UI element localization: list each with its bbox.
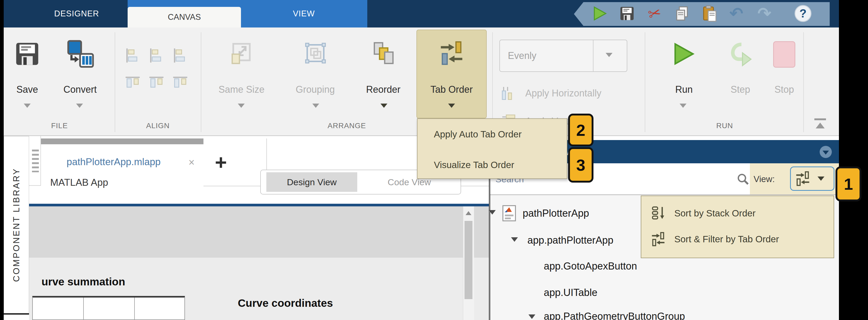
section-label-run: RUN — [698, 121, 752, 131]
tab-view[interactable]: VIEW — [252, 0, 355, 28]
tree-expand-caret[interactable] — [528, 315, 535, 319]
menu-item-sort-filter-by-tab-order[interactable]: Sort & Filter by Tab Order — [674, 232, 825, 246]
grouping-label: Grouping — [286, 84, 344, 96]
align-left-icon[interactable] — [124, 47, 141, 64]
save-icon[interactable] — [618, 5, 636, 22]
scissors-glyph: ✂ — [646, 3, 663, 24]
spacing-combo-value: Evenly — [508, 49, 587, 62]
component-library-strip[interactable]: COMPONENT LIBRARY — [4, 136, 29, 313]
canvas-label-curve-summation[interactable]: urve summation — [41, 275, 189, 289]
copy-icon[interactable] — [673, 5, 691, 22]
design-view-button[interactable]: Design View — [266, 172, 357, 192]
apply-horizontally-label: Apply Horizontally — [525, 87, 642, 99]
undo-icon[interactable]: ↶ — [728, 5, 745, 22]
run-label: Run — [670, 84, 698, 96]
view-menu — [641, 196, 834, 258]
stop-button — [773, 41, 795, 68]
align-right-icon[interactable] — [172, 47, 189, 64]
save-button[interactable] — [14, 39, 41, 69]
document-tab-label: pathPlotterApp.mlapp — [52, 155, 176, 169]
run-caret[interactable] — [680, 104, 686, 108]
cut-icon[interactable]: ✂ — [646, 5, 663, 22]
tab-order-caret[interactable] — [448, 104, 455, 108]
redo-glyph: ↷ — [757, 5, 771, 22]
combo-divider — [593, 40, 593, 71]
annotation-badge-3: 3 — [568, 147, 593, 183]
tree-item-root[interactable]: pathPlotterApp — [523, 206, 639, 220]
canvas-ui-table[interactable] — [32, 296, 185, 320]
stack-order-icon — [651, 205, 666, 221]
convert-button[interactable] — [65, 39, 95, 69]
section-label-arrange: ARRANGE — [318, 121, 375, 131]
view-dropdown-caret — [817, 177, 825, 181]
stop-label: Stop — [770, 84, 799, 96]
tree-expand-caret[interactable] — [511, 237, 518, 242]
panel-collapse-icon[interactable] — [819, 146, 832, 158]
document-tab-active-stripe — [41, 138, 204, 144]
menu-item-sort-by-stack-order[interactable]: Sort by Stack Order — [674, 206, 825, 220]
align-middle-icon[interactable] — [148, 74, 165, 91]
redo-icon[interactable]: ↷ — [756, 5, 773, 22]
section-divider — [645, 32, 645, 132]
app-canvas-titlebar-band — [29, 206, 489, 258]
app-title: MATLAB App — [50, 176, 137, 189]
tree-item-goto-apex-button[interactable]: app.GotoApexButton — [544, 259, 681, 273]
close-icon[interactable]: × — [185, 155, 198, 169]
tree-expand-caret[interactable] — [489, 210, 496, 215]
search-icon[interactable] — [736, 172, 750, 186]
collapse-ribbon-icon[interactable] — [812, 118, 829, 133]
same-size-button — [229, 39, 254, 67]
convert-dropdown-caret[interactable] — [76, 104, 83, 108]
section-label-align: ALIGN — [136, 121, 180, 131]
grouping-button — [303, 39, 328, 67]
table-column-divider — [83, 297, 84, 320]
apply-horizontally-icon — [500, 85, 517, 102]
component-library-footer — [4, 315, 29, 320]
convert-button-label: Convert — [55, 84, 105, 96]
new-tab-button[interactable]: + — [210, 150, 231, 175]
view-dropdown-label: View: — [753, 173, 790, 185]
align-center-icon[interactable] — [148, 47, 165, 64]
tree-item-path-geometry-group[interactable]: app.PathGeometryButtonGroup — [544, 310, 729, 320]
tab-order-icon — [651, 231, 666, 247]
tab-order-label: Tab Order — [422, 84, 481, 96]
reorder-caret[interactable] — [380, 104, 388, 108]
reorder-label: Reorder — [356, 84, 410, 96]
menu-item-apply-auto-tab-order[interactable]: Apply Auto Tab Order — [434, 127, 561, 141]
step-label: Step — [724, 84, 756, 96]
undo-glyph: ↶ — [730, 5, 743, 22]
annotation-badge-1: 1 — [836, 166, 861, 201]
drag-grip-icon[interactable] — [32, 150, 39, 172]
section-divider — [201, 32, 202, 132]
save-dropdown-caret[interactable] — [24, 104, 31, 108]
run-icon[interactable] — [591, 5, 609, 22]
menu-item-visualize-tab-order[interactable]: Visualize Tab Order — [434, 158, 561, 172]
tab-designer[interactable]: DESIGNER — [29, 0, 124, 28]
component-library-label: COMPONENT LIBRARY — [11, 168, 22, 282]
align-bottom-icon[interactable] — [172, 74, 189, 91]
tab-order-icon[interactable] — [439, 39, 465, 67]
section-divider — [115, 32, 115, 132]
align-top-icon[interactable] — [124, 74, 141, 91]
canvas-label-curve-coordinates[interactable]: Curve coordinates — [238, 296, 386, 310]
section-divider — [492, 32, 493, 132]
paste-icon[interactable] — [701, 5, 718, 22]
tree-item-uitable[interactable]: app.UITable — [544, 286, 628, 299]
tab-order-view-icon — [795, 171, 811, 187]
step-button — [726, 39, 755, 69]
scrollbar-up-icon[interactable] — [463, 206, 474, 220]
same-size-caret — [238, 104, 245, 108]
scrollbar-thumb[interactable] — [465, 221, 472, 299]
help-glyph: ? — [795, 5, 811, 22]
reorder-button[interactable] — [371, 39, 396, 67]
tab-canvas[interactable]: CANVAS — [128, 7, 241, 28]
grouping-caret — [312, 104, 319, 108]
section-label-file: FILE — [40, 121, 79, 131]
tree-item-app-figure[interactable]: app.pathPlotterApp — [527, 233, 641, 247]
run-button[interactable] — [672, 39, 696, 69]
table-column-divider — [134, 297, 135, 320]
help-icon[interactable]: ? — [794, 5, 812, 22]
app-canvas-top-border — [29, 204, 489, 206]
mlapp-file-icon — [501, 203, 517, 223]
same-size-label: Same Size — [211, 84, 272, 96]
